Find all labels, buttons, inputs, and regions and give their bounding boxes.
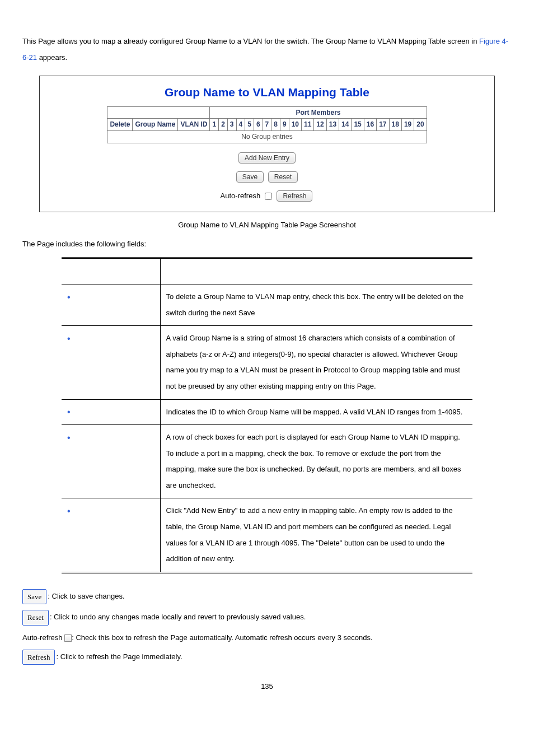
screenshot-title: Group Name to VLAN Mapping Table [43,84,491,100]
field-row-desc: Indicates the ID to which Group Name wil… [160,399,472,425]
legend-reset: Reset: Click to undo any changes made lo… [22,610,512,625]
col-group-name: Group Name [133,119,178,131]
legend-auto-refresh: Auto-refresh : Check this box to refresh… [22,631,512,644]
col-port-14: 14 [339,119,352,131]
field-row-desc: Click "Add New Entry" to add a new entry… [160,498,472,572]
field-row-desc: A row of check boxes for each port is di… [160,425,472,498]
col-port-12: 12 [314,119,326,131]
col-port-18: 18 [389,119,401,131]
legend-refresh: Refresh: Click to refresh the Page immed… [22,650,512,665]
auto-refresh-label: Auto-refresh [221,192,261,200]
col-port-16: 16 [364,119,376,131]
col-port-10: 10 [289,119,301,131]
bullet-icon: • [67,293,74,302]
col-port-5: 5 [245,119,254,131]
intro-paragraph: This Page allows you to map a already co… [22,34,512,66]
legend-auto-refresh-text: : Check this box to refresh the Page aut… [72,633,372,642]
reset-button-image: Reset [22,610,49,625]
refresh-button-image: Refresh [22,650,55,665]
col-port-9: 9 [280,119,289,131]
add-new-entry-button[interactable]: Add New Entry [238,152,296,164]
save-button-image: Save [22,589,46,604]
col-port-2: 2 [219,119,228,131]
col-port-1: 1 [210,119,219,131]
blank-header [107,106,210,119]
field-row-object: • [62,284,160,325]
reset-button[interactable]: Reset [268,171,298,183]
header-object [62,258,160,284]
legend-save: Save: Click to save changes. [22,589,512,604]
intro-prefix: This Page allows you to map a already co… [22,37,479,45]
field-row-object: • [62,399,160,425]
col-port-19: 19 [401,119,414,131]
screenshot-panel: Group Name to VLAN Mapping Table Port Me… [39,76,495,212]
auto-refresh-checkbox[interactable] [265,193,272,200]
no-group-entries: No Group entries [107,131,427,143]
col-port-7: 7 [263,119,271,131]
field-row-desc: To delete a Group Name to VLAN map entry… [160,284,472,325]
legend-auto-refresh-prefix: Auto-refresh [22,633,64,642]
legend-refresh-text: : Click to refresh the Page immediately. [56,652,182,661]
col-port-13: 13 [326,119,339,131]
col-port-4: 4 [236,119,245,131]
col-port-11: 11 [302,119,314,131]
fields-section-label: The Page includes the following fields: [22,239,512,249]
legend-reset-text: : Click to undo any changes made locally… [50,613,306,621]
col-port-20: 20 [414,119,427,131]
field-row-object: • [62,326,160,399]
col-port-8: 8 [271,119,280,131]
page-number: 135 [22,682,512,692]
field-row-object: • [62,425,160,498]
col-port-15: 15 [352,119,364,131]
screenshot-controls: Add New Entry Save Reset Auto-refresh Re… [43,151,491,203]
fields-table: • To delete a Group Name to VLAN map ent… [62,257,472,573]
screenshot-caption: Group Name to VLAN Mapping Table Page Sc… [22,220,512,230]
bullet-icon: • [67,408,74,417]
port-members-header: Port Members [210,106,427,119]
col-port-6: 6 [254,119,263,131]
col-port-17: 17 [377,119,389,131]
col-delete: Delete [107,119,133,131]
bullet-icon: • [67,334,74,343]
checkbox-icon [64,634,72,642]
col-port-3: 3 [227,119,236,131]
field-row-desc: A valid Group Name is a string of atmost… [160,326,472,399]
bullet-icon: • [67,507,74,516]
mapping-table: Port Members Delete Group Name VLAN ID 1… [107,106,427,143]
col-vlan-id: VLAN ID [178,119,210,131]
intro-suffix: appears. [37,53,67,62]
header-description [160,258,472,284]
bullet-icon: • [67,433,74,442]
refresh-button[interactable]: Refresh [277,190,312,202]
legend-save-text: : Click to save changes. [48,592,124,600]
save-button[interactable]: Save [236,171,264,183]
field-row-object: • [62,498,160,572]
